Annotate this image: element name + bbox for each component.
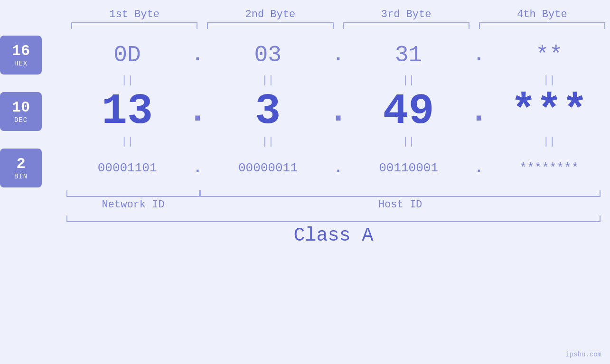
eq2-b4-sym: || (543, 136, 555, 148)
dec-b4-value: *** (511, 87, 588, 136)
id-bracket-row (66, 190, 601, 197)
dec-b1-value: 13 (102, 87, 153, 136)
eq1-b3: || (348, 75, 469, 86)
bin-dot3-sym: . (475, 160, 483, 176)
hex-data-cells: 0D . 03 . 31 . ** (66, 42, 610, 68)
bin-dot2-sym: . (334, 160, 342, 176)
dec-badge-label: DEC (14, 116, 28, 124)
bin-b1-cell: 00001101 (66, 161, 188, 175)
hex-badge-number: 16 (12, 43, 30, 59)
hex-b4-value: ** (535, 42, 563, 68)
hex-dot2: . (329, 45, 348, 66)
bin-dot2: . (329, 160, 348, 176)
eq2-b2-sym: || (262, 136, 274, 148)
bin-dot3: . (469, 160, 488, 176)
dec-badge: 10 DEC (0, 92, 42, 131)
dec-dot3-sym: . (469, 93, 489, 131)
equals-row-2: || || || || (0, 136, 610, 148)
equals-cells-1: || || || || (66, 75, 610, 86)
bin-badge-number: 2 (16, 156, 25, 172)
hex-b3-value: 31 (395, 42, 422, 68)
host-bracket (200, 190, 601, 197)
eq1-b2: || (207, 75, 328, 86)
eq2-b2: || (207, 136, 328, 148)
bin-b3-cell: 00110001 (348, 161, 469, 175)
eq1-b3-sym: || (402, 75, 414, 86)
dec-b3-value: 49 (383, 87, 434, 136)
bin-b1-value: 00001101 (98, 161, 157, 175)
bracket-1 (71, 22, 197, 29)
network-id-label: Network ID (66, 199, 200, 211)
dec-b2-value: 3 (255, 87, 281, 136)
dec-dot2-sym: . (328, 93, 348, 131)
dec-b2-cell: 3 (207, 87, 328, 136)
bin-data-cells: 00001101 . 00000011 . 00110001 . *******… (66, 160, 610, 176)
hex-b1-value: 0D (113, 42, 141, 68)
hex-dot3: . (469, 45, 488, 66)
hex-row-wrapper: 16 HEX 0D . 03 . 31 . ** (0, 36, 610, 75)
watermark: ipshu.com (565, 351, 601, 358)
dec-dot3: . (469, 93, 488, 131)
hex-b3-cell: 31 (348, 42, 469, 68)
hex-dot3-sym: . (473, 45, 485, 66)
equals-cells-2: || || || || (66, 136, 610, 148)
byte1-header: 1st Byte (66, 9, 202, 20)
hex-b4-cell: ** (488, 42, 610, 68)
bin-dot1: . (188, 160, 207, 176)
bin-b3-value: 00110001 (379, 161, 438, 175)
dec-dot1-sym: . (188, 93, 207, 131)
eq1-b4-sym: || (543, 75, 555, 86)
eq1-b4: || (488, 75, 610, 86)
bin-b2-value: 00000011 (238, 161, 298, 175)
eq2-b1: || (66, 136, 188, 148)
eq1-b2-sym: || (262, 75, 274, 86)
host-id-label: Host ID (200, 199, 601, 211)
class-section: Class A (0, 215, 610, 246)
class-bracket (66, 215, 601, 222)
hex-badge: 16 HEX (0, 36, 42, 75)
dec-b4-cell: *** (488, 87, 610, 136)
bin-dot1-sym: . (193, 160, 202, 176)
dec-row-wrapper: 10 DEC 13 . 3 . 49 . *** (0, 87, 610, 136)
eq2-b3-sym: || (402, 136, 414, 148)
byte4-header: 4th Byte (474, 9, 610, 20)
dec-b1-cell: 13 (66, 87, 188, 136)
eq1-b1-sym: || (121, 75, 133, 86)
byte2-header: 2nd Byte (202, 9, 338, 20)
bin-b2-cell: 00000011 (207, 161, 328, 175)
eq2-b3: || (348, 136, 469, 148)
hex-dot1: . (188, 45, 207, 66)
badge-bin: 2 BIN (0, 149, 52, 187)
byte-headers: 1st Byte 2nd Byte 3rd Byte 4th Byte (0, 0, 610, 20)
bin-row-wrapper: 2 BIN 00001101 . 00000011 . 00110001 . (0, 149, 610, 187)
hex-badge-label: HEX (14, 60, 28, 67)
eq1-b1: || (66, 75, 188, 86)
hex-b1-cell: 0D (66, 42, 188, 68)
eq2-b1-sym: || (121, 136, 133, 148)
hex-dot1-sym: . (192, 45, 203, 66)
main-container: 1st Byte 2nd Byte 3rd Byte 4th Byte 16 H… (0, 0, 610, 364)
hex-dot2-sym: . (332, 45, 344, 66)
eq2-b4: || (488, 136, 610, 148)
byte3-header: 3rd Byte (338, 9, 474, 20)
badge-hex: 16 HEX (0, 36, 52, 75)
id-section: Network ID Host ID (0, 190, 610, 211)
dec-dot1: . (188, 93, 207, 131)
id-label-row: Network ID Host ID (66, 199, 601, 211)
dec-b3-cell: 49 (348, 87, 469, 136)
hex-b2-value: 03 (254, 42, 282, 68)
bin-b4-cell: ******** (488, 161, 610, 175)
bracket-3 (343, 22, 469, 29)
class-label: Class A (66, 222, 601, 246)
bin-b4-value: ******** (519, 161, 579, 175)
bracket-2 (207, 22, 333, 29)
bracket-4 (479, 22, 605, 29)
hex-b2-cell: 03 (207, 42, 328, 68)
dec-data-cells: 13 . 3 . 49 . *** (66, 87, 610, 136)
top-brackets (0, 22, 610, 29)
dec-dot2: . (329, 93, 348, 131)
network-bracket (66, 190, 200, 197)
dec-badge-number: 10 (12, 99, 30, 116)
equals-row-1: || || || || (0, 75, 610, 86)
badge-dec: 10 DEC (0, 92, 52, 131)
